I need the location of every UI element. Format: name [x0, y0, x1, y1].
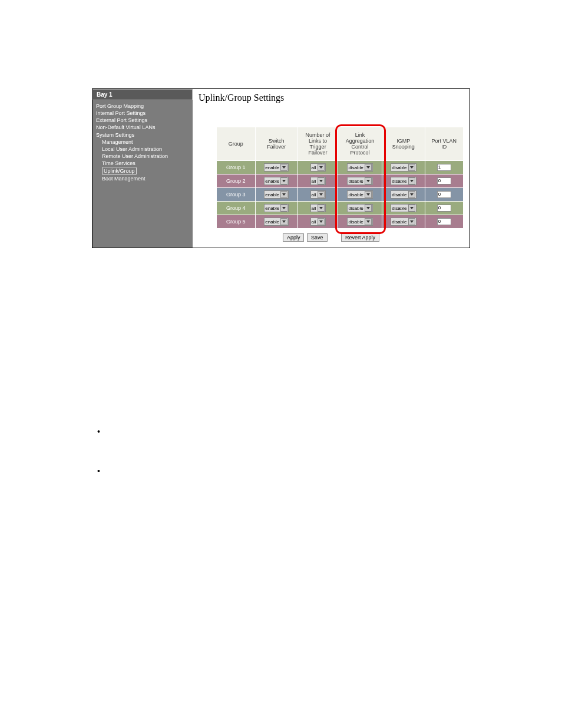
chevron-down-icon	[318, 191, 325, 198]
chevron-down-icon	[280, 205, 287, 212]
sidebar-item[interactable]: Uplink/Group	[96, 167, 189, 175]
document-body: The LACP feature is useful for configuri…	[92, 266, 470, 551]
chevron-down-icon	[318, 218, 325, 225]
lacp-dropdown[interactable]: disable	[347, 204, 372, 212]
heading-igmp: IGMP Snooping	[92, 354, 470, 365]
table-row: Group 1enablealldisabledisable1	[217, 161, 464, 174]
sidebar-items: Port Group MappingInternal Port Settings…	[92, 100, 193, 185]
paragraph: IGMP Snooping allows the interconnect mo…	[92, 373, 470, 419]
bullet-item: If you are running multiple interconnect…	[97, 426, 470, 449]
settings-table: GroupSwitch FailoverNumber of Links to T…	[216, 127, 464, 229]
chevron-down-icon	[365, 191, 372, 198]
chevron-down-icon	[318, 177, 325, 185]
igmp-snooping-dropdown[interactable]: disable	[391, 177, 416, 185]
button-row: Apply Save Revert Apply	[199, 233, 464, 242]
table-row: Group 5enablealldisabledisable0	[217, 215, 464, 229]
group-cell: Group 4	[217, 202, 256, 215]
sidebar-item[interactable]: Management	[96, 139, 189, 146]
chevron-down-icon	[408, 177, 415, 185]
switch-failover-dropdown[interactable]: enable	[264, 204, 289, 212]
chevron-down-icon	[408, 164, 415, 171]
group-cell: Group 5	[217, 215, 256, 229]
links-trigger-dropdown[interactable]: all	[310, 177, 326, 185]
lacp-dropdown[interactable]: disable	[347, 177, 372, 185]
chevron-down-icon	[365, 177, 372, 185]
links-trigger-dropdown[interactable]: all	[310, 204, 326, 212]
table-row: Group 2enablealldisabledisable0	[217, 174, 464, 188]
sidebar-item[interactable]: Port Group Mapping	[96, 103, 189, 110]
table-row: Group 4enablealldisabledisable0	[217, 202, 464, 215]
chevron-down-icon	[408, 191, 415, 198]
switch-failover-dropdown[interactable]: enable	[264, 163, 289, 172]
switch-failover-dropdown[interactable]: enable	[264, 177, 289, 185]
chevron-down-icon	[408, 218, 415, 225]
sidebar-item[interactable]: System Settings	[96, 131, 189, 139]
column-header: Link Aggregation Control Protocol	[338, 127, 382, 161]
column-header: Switch Failover	[255, 127, 297, 161]
sidebar-item[interactable]: Boot Management	[96, 175, 189, 182]
lacp-dropdown[interactable]: disable	[347, 190, 372, 199]
igmp-snooping-dropdown[interactable]: disable	[391, 190, 416, 199]
bullet-item: IGMP Snooping uses IP Multicast addresse…	[97, 465, 470, 488]
group-cell: Group 1	[217, 161, 256, 174]
chevron-down-icon	[280, 191, 287, 198]
chevron-down-icon	[365, 218, 372, 225]
sidebar-item[interactable]: Non-Default Virtual LANs	[96, 124, 189, 131]
chevron-down-icon	[280, 164, 287, 171]
switch-failover-dropdown[interactable]: enable	[264, 218, 289, 226]
vlan-id-input[interactable]: 1	[437, 164, 451, 171]
chevron-down-icon	[280, 218, 287, 225]
uplink-group-screenshot: Bay 1 Port Group MappingInternal Port Se…	[92, 88, 470, 248]
vlan-id-input[interactable]: 0	[437, 177, 451, 185]
apply-button[interactable]: Apply	[283, 233, 305, 242]
save-button[interactable]: Save	[307, 233, 328, 242]
paragraph: The LACP feature is useful for configuri…	[92, 266, 470, 312]
vlan-id-input[interactable]: 0	[437, 191, 451, 198]
group-cell: Group 2	[217, 174, 256, 188]
chevron-down-icon	[318, 205, 325, 212]
table-row: Group 3enablealldisabledisable0	[217, 188, 464, 202]
paragraph: Multiple IP Multicast addresses map to a…	[92, 505, 470, 551]
sidebar: Bay 1 Port Group MappingInternal Port Se…	[92, 89, 193, 248]
main-panel: Uplink/Group Settings GroupSwitch Failov…	[193, 89, 470, 248]
chevron-down-icon	[280, 177, 287, 185]
chevron-down-icon	[408, 205, 415, 212]
links-trigger-dropdown[interactable]: all	[310, 218, 326, 226]
sidebar-item[interactable]: Time Services	[96, 160, 189, 167]
sidebar-title: Bay 1	[92, 89, 193, 100]
igmp-snooping-dropdown[interactable]: disable	[391, 163, 416, 172]
igmp-snooping-dropdown[interactable]: disable	[391, 218, 416, 226]
column-header: IGMP Snooping	[382, 127, 425, 161]
chevron-down-icon	[365, 205, 372, 212]
lacp-dropdown[interactable]: disable	[347, 163, 372, 172]
paragraph: If LACP is enabled for a port group, at …	[92, 319, 470, 342]
chevron-down-icon	[365, 164, 372, 171]
lacp-dropdown[interactable]: disable	[347, 218, 372, 226]
column-header: Number of Links to Trigger Failover	[297, 127, 338, 161]
revert-apply-button[interactable]: Revert Apply	[341, 233, 379, 242]
vlan-id-input[interactable]: 0	[437, 205, 451, 212]
group-cell: Group 3	[217, 188, 256, 202]
sidebar-item[interactable]: Remote User Administration	[96, 153, 189, 160]
page-title: Uplink/Group Settings	[199, 93, 464, 103]
column-header: Group	[217, 127, 256, 161]
links-trigger-dropdown[interactable]: all	[310, 163, 326, 172]
vlan-id-input[interactable]: 0	[437, 218, 451, 225]
switch-failover-dropdown[interactable]: enable	[264, 190, 289, 199]
links-trigger-dropdown[interactable]: all	[310, 190, 326, 199]
igmp-snooping-dropdown[interactable]: disable	[391, 204, 416, 212]
sidebar-item[interactable]: Local User Administration	[96, 146, 189, 153]
sidebar-item[interactable]: External Port Settings	[96, 117, 189, 124]
sidebar-item[interactable]: Internal Port Settings	[96, 110, 189, 117]
column-header: Port VLAN ID	[425, 127, 463, 161]
chevron-down-icon	[318, 164, 325, 171]
